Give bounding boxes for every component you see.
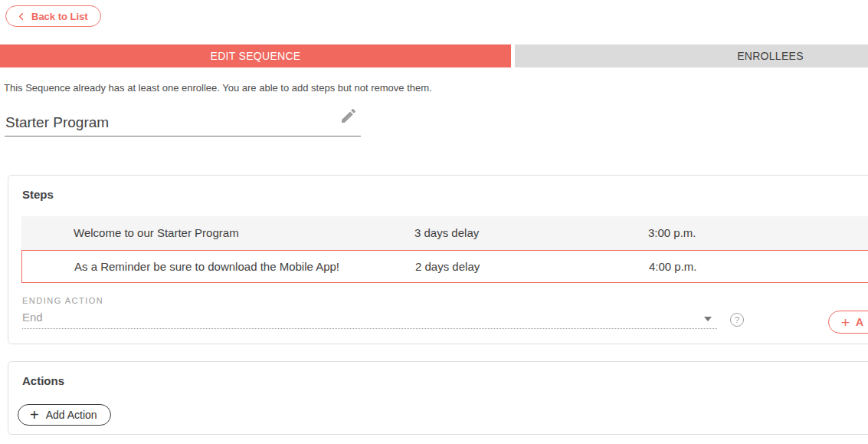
tab-enrollees-label: ENROLLEES xyxy=(737,50,804,62)
ending-action-select[interactable]: End xyxy=(22,308,717,329)
ending-action-label: ENDING ACTION xyxy=(22,296,103,305)
tab-edit-sequence[interactable]: EDIT SEQUENCE xyxy=(0,44,511,67)
add-action-button[interactable]: + Add Action xyxy=(18,404,111,426)
enrollee-notice-text: This Sequence already has at least one e… xyxy=(4,82,432,94)
sequence-name-input[interactable] xyxy=(5,114,327,131)
edit-sequence-page: Back to List EDIT SEQUENCE ENROLLEES Thi… xyxy=(0,0,868,444)
ending-action-value: End xyxy=(22,308,43,327)
plus-icon: + xyxy=(841,315,850,330)
step-row-1[interactable]: Welcome to our Starter Program 3 days de… xyxy=(21,216,868,250)
steps-title: Steps xyxy=(22,188,54,201)
step-time: 4:00 p.m. xyxy=(649,251,697,282)
actions-title: Actions xyxy=(22,374,64,387)
back-to-list-label: Back to List xyxy=(31,11,88,22)
step-delay: 3 days delay xyxy=(414,216,479,250)
edit-pencil-icon[interactable] xyxy=(339,107,358,125)
chevron-left-icon xyxy=(16,12,26,21)
step-name: Welcome to our Starter Program xyxy=(74,216,239,250)
add-action-label: Add Action xyxy=(46,409,97,421)
sequence-name-field xyxy=(5,107,361,136)
help-glyph: ? xyxy=(735,315,739,324)
step-name: As a Reminder be sure to download the Mo… xyxy=(74,251,339,282)
help-icon[interactable]: ? xyxy=(730,313,744,327)
add-step-button[interactable]: + A xyxy=(828,311,868,334)
steps-card: Steps Welcome to our Starter Program 3 d… xyxy=(8,175,868,344)
back-to-list-button[interactable]: Back to List xyxy=(5,5,101,27)
plus-icon: + xyxy=(30,407,39,423)
add-step-label: A xyxy=(856,316,863,328)
tab-edit-sequence-label: EDIT SEQUENCE xyxy=(211,50,301,62)
dropdown-caret-icon xyxy=(704,317,712,321)
actions-card: Actions + Add Action xyxy=(8,361,868,435)
tab-enrollees[interactable]: ENROLLEES xyxy=(515,44,868,67)
step-time: 3:00 p.m. xyxy=(648,216,696,250)
step-row-2-selected[interactable]: As a Reminder be sure to download the Mo… xyxy=(21,250,868,283)
step-delay: 2 days delay xyxy=(415,251,480,282)
